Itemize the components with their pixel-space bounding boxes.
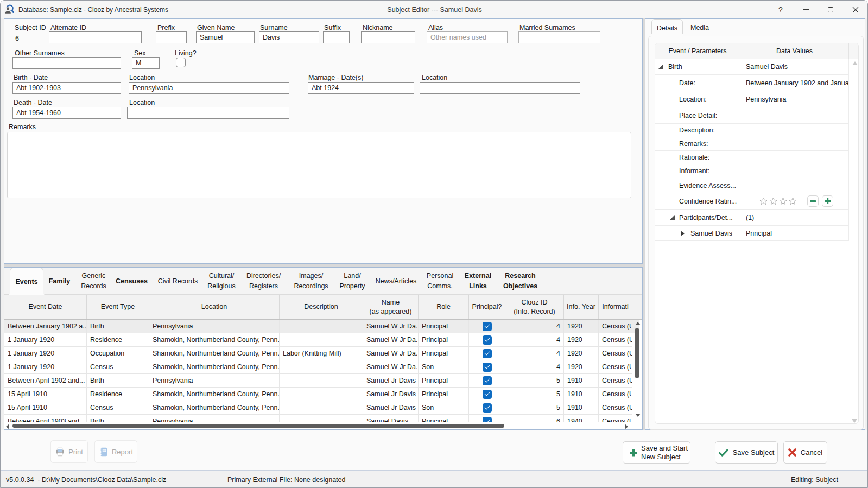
column-header-name[interactable]: Name (as appeared) bbox=[363, 295, 419, 319]
event-row[interactable]: 15 April 1910 Residence Shamokin, Northu… bbox=[4, 388, 642, 401]
principal-checkbox[interactable] bbox=[483, 403, 492, 413]
event-row[interactable]: 1 January 1920 Occupation Shamokin, Nort… bbox=[4, 347, 642, 360]
maximize-button[interactable] bbox=[818, 1, 843, 18]
details-row[interactable]: Samuel Davis Principal bbox=[655, 226, 858, 241]
help-button[interactable]: ? bbox=[768, 1, 793, 18]
sex-input[interactable]: M bbox=[132, 57, 160, 69]
principal-checkbox[interactable] bbox=[483, 390, 492, 399]
vertical-scrollbar-up[interactable] bbox=[635, 322, 641, 325]
event-row[interactable]: 1 January 1920 Residence Shamokin, North… bbox=[4, 333, 642, 347]
principal-checkbox[interactable] bbox=[483, 349, 492, 358]
expanded-icon[interactable] bbox=[669, 215, 675, 220]
column-header-event-parameters[interactable]: Event / Parameters bbox=[655, 43, 740, 59]
horizontal-scrollbar-left[interactable] bbox=[6, 424, 9, 429]
save-and-start-new-subject-button[interactable]: Save and StartNew Subject bbox=[623, 441, 690, 464]
given-name-input[interactable]: Samuel bbox=[196, 31, 255, 43]
event-row[interactable]: 1 January 1920 Census Shamokin, Northumb… bbox=[4, 360, 642, 374]
details-row[interactable]: Participants/Det... (1) bbox=[655, 210, 858, 226]
minimize-button[interactable] bbox=[793, 1, 818, 18]
tab-family[interactable]: Family bbox=[46, 268, 73, 295]
star-icon[interactable] bbox=[778, 197, 788, 206]
confidence-increase-button[interactable] bbox=[822, 195, 833, 207]
principal-checkbox[interactable] bbox=[483, 335, 492, 345]
close-button[interactable] bbox=[843, 1, 868, 18]
column-header-role[interactable]: Role bbox=[419, 295, 469, 319]
tab-censuses[interactable]: Censuses bbox=[113, 268, 150, 295]
star-icon[interactable] bbox=[788, 197, 797, 206]
event-row[interactable]: Between April 1903 and... Birth Pennsylv… bbox=[4, 415, 642, 422]
tab-generic-records[interactable]: Generic Records bbox=[79, 268, 109, 295]
horizontal-scrollbar-thumb[interactable] bbox=[12, 424, 504, 428]
death-location-input[interactable] bbox=[127, 107, 289, 119]
tab-land-property[interactable]: Land/ Property bbox=[335, 268, 369, 295]
living-checkbox[interactable] bbox=[176, 58, 186, 67]
vertical-scrollbar-thumb[interactable] bbox=[635, 328, 639, 378]
column-header-event-date[interactable]: Event Date bbox=[4, 295, 87, 319]
details-row[interactable]: Confidence Ratin... bbox=[655, 193, 858, 210]
report-button[interactable]: Report bbox=[94, 440, 137, 463]
details-row[interactable]: Place Detail: bbox=[655, 107, 858, 124]
tab-details[interactable]: Details bbox=[651, 19, 683, 36]
column-header-info-type[interactable]: Informati bbox=[599, 295, 632, 319]
details-row[interactable]: Location: Pennsylvania bbox=[655, 91, 858, 107]
birth-date-input[interactable]: Abt 1902-1903 bbox=[12, 82, 121, 94]
details-scroll-up-icon[interactable] bbox=[852, 61, 858, 65]
column-header-clooz-id[interactable]: Clooz ID (Info. Record) bbox=[505, 295, 564, 319]
save-subject-button[interactable]: Save Subject bbox=[715, 441, 778, 464]
details-row[interactable]: Birth Samuel Davis bbox=[655, 59, 858, 75]
principal-checkbox[interactable] bbox=[483, 376, 492, 385]
marriage-date-input[interactable]: Abt 1924 bbox=[308, 82, 414, 94]
remarks-textarea[interactable] bbox=[7, 132, 631, 198]
column-header-location[interactable]: Location bbox=[149, 295, 280, 319]
details-row[interactable]: Informant: bbox=[655, 164, 858, 178]
tab-research-objectives[interactable]: Research Objectives bbox=[499, 268, 541, 295]
tab-news-articles[interactable]: News/Articles bbox=[371, 268, 421, 295]
confidence-stars[interactable] bbox=[759, 197, 797, 206]
alias-input[interactable]: Other names used bbox=[427, 31, 508, 43]
prefix-input[interactable] bbox=[156, 31, 187, 43]
tab-events[interactable]: Events bbox=[10, 268, 43, 295]
horizontal-scrollbar-right[interactable] bbox=[625, 424, 628, 429]
tab-personal-comms[interactable]: Personal Comms. bbox=[422, 268, 458, 295]
details-row[interactable]: Remarks: bbox=[655, 137, 858, 151]
death-date-input[interactable]: Abt 1954-1960 bbox=[12, 107, 121, 119]
print-button[interactable]: Print bbox=[50, 440, 88, 463]
tab-civil-records[interactable]: Civil Records bbox=[155, 268, 200, 295]
married-surnames-input[interactable] bbox=[518, 31, 600, 43]
column-header-event-type[interactable]: Event Type bbox=[87, 295, 149, 319]
event-row[interactable]: 15 April 1910 Census Shamokin, Northumbe… bbox=[4, 401, 642, 415]
tab-media[interactable]: Media bbox=[686, 20, 713, 36]
column-header-info-year[interactable]: Info. Year bbox=[564, 295, 599, 319]
expanded-icon[interactable] bbox=[658, 64, 663, 69]
vertical-scrollbar-down[interactable] bbox=[635, 414, 641, 417]
tab-external-links[interactable]: External Links bbox=[461, 268, 495, 295]
cancel-button[interactable]: Cancel bbox=[783, 441, 827, 464]
birth-location-input[interactable]: Pennsylvania bbox=[129, 82, 289, 94]
details-row[interactable]: Evidence Assess... bbox=[655, 178, 858, 193]
principal-checkbox[interactable] bbox=[483, 417, 492, 422]
tab-images-recordings[interactable]: Images/ Recordings bbox=[290, 268, 332, 295]
column-header-description[interactable]: Description bbox=[280, 295, 363, 319]
tab-cultural-religious[interactable]: Cultural/ Religious bbox=[205, 268, 238, 295]
star-icon[interactable] bbox=[759, 197, 768, 206]
column-header-principal[interactable]: Principal? bbox=[469, 295, 505, 319]
other-surnames-input[interactable] bbox=[12, 57, 121, 69]
details-row[interactable]: Description: bbox=[655, 124, 858, 137]
principal-checkbox[interactable] bbox=[483, 363, 492, 372]
star-icon[interactable] bbox=[769, 197, 778, 206]
details-row[interactable]: Rationale: bbox=[655, 151, 858, 164]
marriage-location-input[interactable] bbox=[420, 82, 580, 94]
alternate-id-input[interactable] bbox=[49, 31, 142, 43]
details-scroll-down-icon[interactable] bbox=[852, 419, 857, 423]
surname-input[interactable]: Davis bbox=[259, 31, 319, 43]
principal-checkbox[interactable] bbox=[483, 322, 492, 331]
confidence-decrease-button[interactable] bbox=[807, 195, 819, 207]
column-header-data-values[interactable]: Data Values bbox=[740, 43, 849, 59]
event-row[interactable]: Between April 1902 and... Birth Pennsylv… bbox=[4, 374, 642, 388]
event-row[interactable]: Between January 1902 a... Birth Pennsylv… bbox=[4, 320, 642, 333]
suffix-input[interactable] bbox=[323, 31, 350, 43]
tab-directories-registers[interactable]: Directories/ Registers bbox=[243, 268, 284, 295]
details-row[interactable]: Date: Between January 1902 and Janua... bbox=[655, 75, 858, 91]
nickname-input[interactable] bbox=[361, 31, 415, 43]
collapsed-icon[interactable] bbox=[681, 231, 685, 236]
